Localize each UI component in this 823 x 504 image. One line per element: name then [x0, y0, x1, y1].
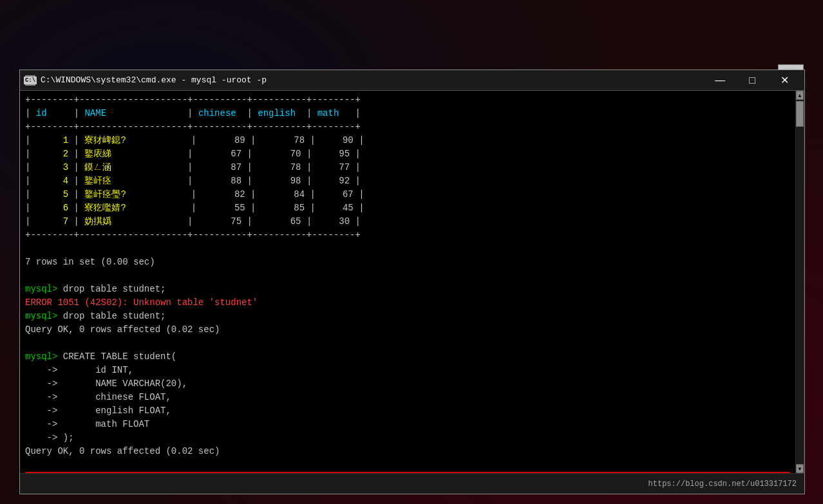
error1-line: ERROR 1051 (42S02): Unknown table 'studn…: [25, 296, 790, 310]
arrow2-line: -> NAME VARCHAR(20),: [25, 377, 790, 391]
scrollbar[interactable]: ▲ ▼: [795, 91, 804, 473]
ok2-line: Query OK, 0 rows affected (0.02 sec): [25, 445, 790, 458]
blank-line-2: [25, 269, 790, 283]
table-border-bot: +--------+--------------------+---------…: [25, 229, 790, 242]
table-border-sep: +--------+--------------------+---------…: [25, 120, 790, 134]
table-row-2: | 2 | 鐜庡綈 | 67 | 70 | 95 |: [25, 147, 790, 161]
table-row-3: | 3 | 鏌ㄥ涵 | 87 | 78 | 77 |: [25, 161, 790, 174]
window-title: C:\WINDOWS\system32\cmd.exe - mysql -uro…: [41, 75, 705, 85]
arrow5-line: -> math FLOAT: [25, 418, 790, 431]
window-controls: — □ ✕: [705, 71, 799, 89]
cmd2-line: mysql> drop table student;: [25, 310, 790, 323]
highlighted-insert-block: mysql> INSERT INTO student(id,NAME,chine…: [25, 472, 790, 473]
scroll-up-arrow[interactable]: ▲: [796, 91, 804, 100]
content-area: +--------+--------------------+---------…: [20, 91, 804, 473]
ok1-line: Query OK, 0 rows affected (0.02 sec): [25, 323, 790, 337]
desktop: C:\ C:\WINDOWS\system32\cmd.exe - mysql …: [0, 0, 823, 504]
blank-line-3: [25, 337, 790, 350]
table-border-top: +--------+--------------------+---------…: [25, 93, 790, 107]
blank-line-1: [25, 242, 790, 256]
scroll-down-arrow[interactable]: ▼: [796, 464, 804, 473]
table-row-4: | 4 | 鐜屽痉 | 88 | 98 | 92 |: [25, 174, 790, 188]
scrollbar-thumb[interactable]: [796, 101, 804, 127]
status-bar: https://blog.csdn.net/u013317172: [20, 473, 804, 494]
url-display: https://blog.csdn.net/u013317172: [648, 480, 797, 489]
terminal-output: +--------+--------------------+---------…: [20, 91, 795, 473]
table-row-7: | 7 | 妫掑嬀 | 75 | 65 | 30 |: [25, 215, 790, 229]
table-row-1: | 1 | 寮犲崥鎴? | 89 | 78 | 90 |: [25, 134, 790, 147]
close-button[interactable]: ✕: [770, 71, 799, 89]
arrow6-line: -> );: [25, 431, 790, 445]
minimize-button[interactable]: —: [705, 71, 735, 89]
cmd1-line: mysql> drop table studnet;: [25, 283, 790, 296]
titlebar: C:\ C:\WINDOWS\system32\cmd.exe - mysql …: [20, 70, 804, 91]
arrow3-line: -> chinese FLOAT,: [25, 391, 790, 404]
cmd-icon: C:\: [25, 75, 35, 86]
blank-line-4: [25, 458, 790, 472]
arrow1-line: -> id INT,: [25, 364, 790, 377]
cmd3-line: mysql> CREATE TABLE student(: [25, 350, 790, 364]
arrow4-line: -> english FLOAT,: [25, 404, 790, 418]
table-header: | id | NAME | chinese | english | math |: [25, 107, 790, 120]
table-row-6: | 6 | 寮犵嚂婧? | 55 | 85 | 45 |: [25, 201, 790, 215]
rows-info: 7 rows in set (0.00 sec): [25, 256, 790, 269]
table-row-5: | 5 | 鐜屽痉璺? | 82 | 84 | 67 |: [25, 188, 790, 201]
maximize-button[interactable]: □: [737, 71, 767, 89]
cmd-window: C:\ C:\WINDOWS\system32\cmd.exe - mysql …: [19, 70, 805, 494]
